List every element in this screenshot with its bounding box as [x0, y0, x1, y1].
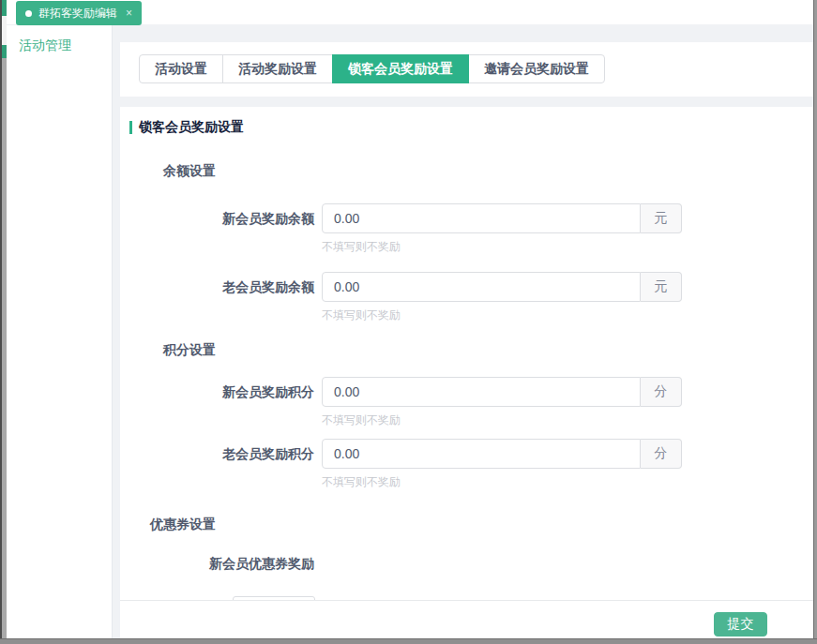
- field-control: 元 不填写则不奖励: [322, 203, 682, 255]
- reward-settings-form-card: 锁客会员奖励设置 余额设置 新会员奖励余额 元 不填写则不奖励 老会员奖励余额 …: [120, 107, 813, 600]
- sidebar: 活动管理: [7, 24, 113, 638]
- old-member-points-input[interactable]: [322, 439, 641, 469]
- field-label-new-member-balance: 新会员奖励余额: [120, 203, 314, 233]
- group-title-balance: 余额设置: [120, 163, 216, 180]
- section-title: 锁客会员奖励设置: [129, 119, 813, 136]
- unit-addon-yuan: 元: [641, 272, 682, 302]
- settings-tab-group: 活动设置 活动奖励设置 锁客会员奖励设置 邀请会员奖励设置: [139, 54, 605, 83]
- tab-invite-member-reward-settings[interactable]: 邀请会员奖励设置: [468, 54, 605, 83]
- input-group: 分: [322, 377, 682, 407]
- submit-button[interactable]: 提交: [714, 612, 767, 637]
- tab-activity-reward-settings[interactable]: 活动奖励设置: [222, 54, 333, 83]
- tag-label: 群拓客奖励编辑: [38, 6, 117, 22]
- underlying-menu-icon-fragment: [2, 45, 7, 58]
- window-bottom-border: [0, 638, 817, 644]
- input-group: 元: [322, 272, 682, 302]
- field-hint: 不填写则不奖励: [322, 412, 682, 428]
- input-group: 分: [322, 439, 682, 469]
- field-control: 元 不填写则不奖励: [322, 272, 682, 323]
- underlying-fragment-gap: [2, 16, 7, 45]
- form-footer-bar: 提交: [120, 600, 813, 638]
- tag-close-icon[interactable]: ×: [126, 7, 132, 20]
- unit-addon-fen: 分: [641, 377, 682, 407]
- field-hint: 不填写则不奖励: [322, 239, 682, 255]
- new-member-balance-input[interactable]: [322, 203, 641, 233]
- open-tags-bar: 群拓客奖励编辑 ×: [7, 0, 813, 24]
- field-hint: 不填写则不奖励: [322, 307, 682, 323]
- field-label-old-member-points: 老会员奖励积分: [120, 439, 314, 469]
- field-control: 分 不填写则不奖励: [322, 377, 682, 428]
- field-label-new-member-coupon: 新会员优惠券奖励: [120, 556, 314, 573]
- tag-dot-icon: [25, 10, 32, 17]
- form-row: 新会员奖励余额 元 不填写则不奖励: [120, 203, 813, 255]
- form-row: 老会员奖励积分 分 不填写则不奖励: [120, 439, 813, 490]
- section-title-text: 锁客会员奖励设置: [139, 119, 244, 136]
- unit-addon-yuan: 元: [641, 203, 682, 233]
- sidebar-item-activity-management[interactable]: 活动管理: [7, 25, 112, 54]
- window-right-border: [813, 0, 817, 644]
- tab-locked-member-reward-settings[interactable]: 锁客会员奖励设置: [332, 54, 469, 83]
- section-title-accent-bar: [129, 121, 132, 134]
- field-label-new-member-points: 新会员奖励积分: [120, 377, 314, 407]
- field-hint: 不填写则不奖励: [322, 474, 682, 490]
- underlying-page-sliver: [2, 0, 7, 638]
- group-title-points: 积分设置: [120, 342, 216, 359]
- input-group: 元: [322, 203, 682, 233]
- field-control: 分 不填写则不奖励: [322, 439, 682, 490]
- group-title-coupon: 优惠券设置: [120, 517, 216, 533]
- unit-addon-fen: 分: [641, 439, 682, 469]
- field-label-old-member-balance: 老会员奖励余额: [120, 272, 314, 302]
- tabs-card: 活动设置 活动奖励设置 锁客会员奖励设置 邀请会员奖励设置: [120, 42, 813, 97]
- form-row: 新会员奖励积分 分 不填写则不奖励: [120, 377, 813, 428]
- tag-active-page[interactable]: 群拓客奖励编辑 ×: [16, 1, 142, 25]
- window-left-border: [0, 0, 2, 644]
- old-member-balance-input[interactable]: [322, 272, 641, 302]
- form-row: 老会员奖励余额 元 不填写则不奖励: [120, 272, 813, 323]
- new-member-points-input[interactable]: [322, 377, 641, 407]
- underlying-green-fragment: [2, 0, 7, 16]
- tab-activity-settings[interactable]: 活动设置: [139, 54, 223, 83]
